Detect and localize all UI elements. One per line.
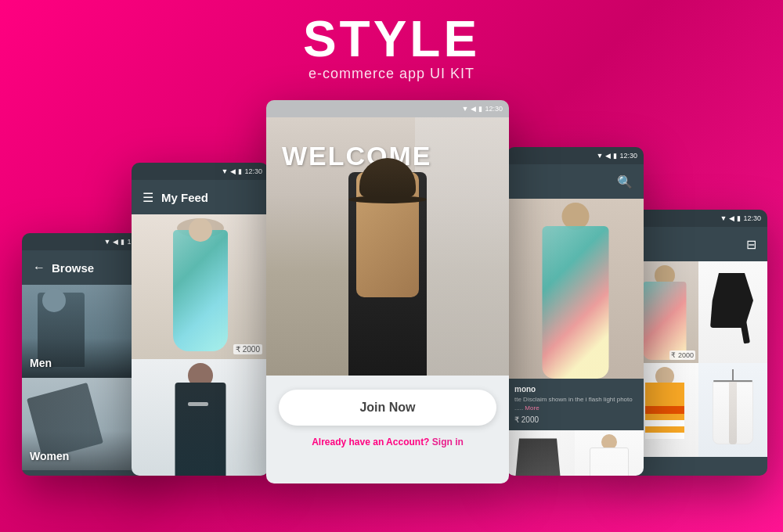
signal3-icon: ▼ <box>462 105 469 113</box>
signin-section: Already have an Account? Sign in <box>312 437 464 448</box>
battery2-icon: ▮ <box>238 167 242 175</box>
right-grid: ₹ 2000 <box>630 261 767 457</box>
battery4-icon: ▮ <box>613 152 617 160</box>
filter-icon[interactable]: ⊟ <box>746 237 756 252</box>
status-bar-right: ▼ ◀ ▮ 12:30 <box>630 210 767 227</box>
menu-icon[interactable]: ☰ <box>143 190 153 205</box>
status-bar-center: ▼ ◀ ▮ 12:30 <box>266 100 509 117</box>
wifi3-icon: ◀ <box>471 105 476 113</box>
feed-nav: ☰ My Feed <box>132 180 269 214</box>
product-detail: tte Disclaim shown in the i flash light … <box>514 395 636 412</box>
time-center: 12:30 <box>485 105 503 113</box>
time-fourth: 12:30 <box>619 152 637 160</box>
signal-icon: ▼ <box>104 238 111 246</box>
phones-container: ▼ ◀ ▮ 12:30 ← Browse Men Women <box>0 92 783 499</box>
price-1: ₹ 2000 <box>233 341 262 355</box>
product-shoes[interactable] <box>507 430 575 476</box>
wifi4-icon: ◀ <box>605 152 611 160</box>
product-teal[interactable]: ₹ 2000 <box>132 214 269 359</box>
signal5-icon: ▼ <box>720 214 727 222</box>
phone-feed: ▼ ◀ ▮ 12:30 ☰ My Feed ₹ 2000 <box>132 163 269 476</box>
product-name: mono <box>514 385 636 394</box>
feed-title: My Feed <box>161 191 208 204</box>
fourth-nav: 🔍 <box>507 164 644 199</box>
welcome-bg: WELCOME <box>266 117 509 376</box>
wifi5-icon: ◀ <box>729 214 734 222</box>
search-icon[interactable]: 🔍 <box>617 174 633 189</box>
battery5-icon: ▮ <box>737 214 741 222</box>
status-bar-second: ▼ ◀ ▮ 12:30 <box>132 163 269 180</box>
right-price: ₹ 2000 <box>669 350 695 360</box>
join-now-button[interactable]: Join Now <box>279 390 496 426</box>
header: STYLE e-commerce app UI KIT <box>303 0 480 88</box>
status-bar-fourth: ▼ ◀ ▮ 12:30 <box>507 147 644 164</box>
more-link[interactable]: More <box>525 404 539 412</box>
product-dress-small[interactable] <box>575 430 644 476</box>
welcome-bottom: Join Now Already have an Account? Sign i… <box>266 376 509 462</box>
welcome-title: WELCOME <box>282 141 432 171</box>
product-info: mono tte Disclaim shown in the i flash l… <box>507 379 644 430</box>
right-product-3[interactable] <box>698 261 767 363</box>
right-nav: ⊟ <box>630 227 767 261</box>
right-product-4[interactable] <box>698 363 767 457</box>
phone-fourth: ▼ ◀ ▮ 12:30 🔍 mono tte Disclaim shown in… <box>507 147 644 476</box>
wifi-icon: ◀ <box>113 238 118 246</box>
product-row <box>507 430 644 476</box>
phone-right: ▼ ◀ ▮ 12:30 ⊟ ₹ 2000 <box>630 210 767 476</box>
wifi2-icon: ◀ <box>230 167 236 175</box>
time-right: 12:30 <box>743 214 761 222</box>
browse-title: Browse <box>52 261 94 275</box>
battery-icon: ▮ <box>121 238 124 246</box>
phone-welcome: ▼ ◀ ▮ 12:30 WELCOME Join Now <box>266 100 509 483</box>
women-label: Women <box>30 450 69 462</box>
time-second: 12:30 <box>244 167 262 175</box>
right-col-2 <box>698 261 767 457</box>
men-label: Men <box>30 357 52 369</box>
signal2-icon: ▼ <box>222 167 229 175</box>
app-subtitle: e-commerce app UI KIT <box>303 66 480 82</box>
signal4-icon: ▼ <box>597 152 604 160</box>
price-fourth: ₹ 2000 <box>514 415 636 424</box>
product-dark[interactable] <box>132 359 269 476</box>
app-title: STYLE <box>303 14 480 64</box>
product-floral[interactable] <box>507 199 644 379</box>
battery3-icon: ▮ <box>478 105 482 113</box>
back-icon[interactable]: ← <box>33 261 45 275</box>
